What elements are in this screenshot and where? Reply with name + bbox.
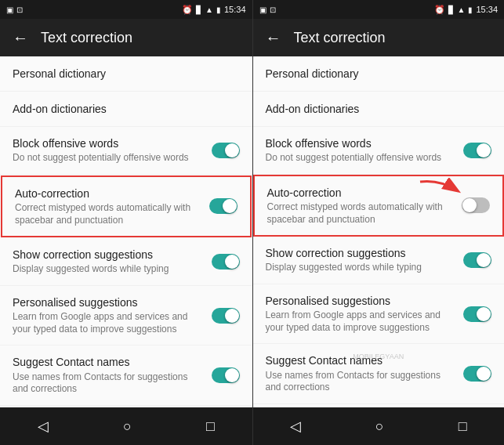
back-nav-left[interactable]: ◁ [22, 410, 64, 443]
show-correction-title-left: Show correction suggestions [13, 248, 205, 262]
status-bar-left-icons: ▣ ⊡ [6, 5, 23, 14]
app-bar-left: ← Text correction [0, 19, 252, 56]
status-bar-right-icons: ⏰ ▊ ▲ ▮ 15:34 [182, 5, 245, 15]
addon-dictionaries-left[interactable]: Add-on dictionaries [0, 92, 252, 127]
auto-correction-left[interactable]: Auto-correction Correct mistyped words a… [1, 175, 252, 237]
personalised-suggestions-subtitle-left: Learn from Google apps and services and … [13, 311, 205, 335]
personalised-suggestions-right[interactable]: Personalised suggestions Learn from Goog… [253, 284, 505, 344]
block-offensive-right[interactable]: Block offensive words Do not suggest pot… [253, 127, 505, 175]
show-correction-left[interactable]: Show correction suggestions Display sugg… [0, 238, 252, 286]
status-bar-right: ▣ ⊡ ⏰ ▊ ▲ ▮ 15:34 [253, 0, 505, 19]
alarm-icon-r: ⏰ [434, 5, 445, 15]
auto-correction-title-left: Auto-correction [15, 186, 203, 201]
suggest-contacts-title-left: Suggest Contact names [13, 355, 205, 369]
toggle-thumb [225, 143, 239, 157]
personal-dictionary-right[interactable]: Personal dictionary [253, 56, 505, 92]
show-correction-right[interactable]: Show correction suggestions Display sugg… [253, 237, 505, 284]
show-correction-subtitle-right: Display suggested words while typing [266, 262, 458, 274]
auto-correction-right[interactable]: Auto-correction Correct mistyped words a… [253, 175, 505, 237]
back-button-right[interactable]: ← [266, 29, 281, 47]
auto-correction-wrapper-right: Auto-correction Correct mistyped words a… [253, 175, 505, 237]
battery-icon-r: ▮ [468, 5, 473, 14]
toggle-thumb [223, 199, 237, 213]
wifi-icon-r: ▲ [458, 5, 466, 14]
content-left: Personal dictionary Add-on dictionaries … [0, 56, 252, 407]
addon-dictionaries-title-right: Add-on dictionaries [266, 103, 492, 115]
app-bar-right: ← Text correction [253, 19, 505, 56]
image-icon: ⊡ [16, 5, 23, 14]
personalised-suggestions-title-right: Personalised suggestions [266, 294, 458, 308]
suggest-contacts-toggle-right[interactable] [463, 366, 491, 382]
suggest-contacts-right[interactable]: Suggest Contact names Use names from Con… [253, 344, 505, 403]
time-display-right: 15:34 [476, 5, 498, 14]
personalised-suggestions-toggle-left[interactable] [212, 308, 240, 324]
suggest-contacts-subtitle-right: Use names from Contacts for suggestions … [266, 370, 458, 394]
personal-dictionary-title-left: Personal dictionary [13, 67, 240, 80]
back-nav-right[interactable]: ◁ [274, 410, 317, 443]
auto-correction-text-left: Auto-correction Correct mistyped words a… [15, 186, 209, 226]
personal-dictionary-title-right: Personal dictionary [266, 67, 492, 80]
time-display-left: 15:34 [224, 5, 246, 14]
app-title-right: Text correction [294, 30, 386, 46]
auto-correction-title-right: Auto-correction [267, 186, 456, 200]
status-bar-right-right-icons: ⏰ ▊ ▲ ▮ 15:34 [434, 5, 498, 15]
block-offensive-left[interactable]: Block offensive words Do not suggest pot… [0, 127, 252, 175]
personalised-suggestions-toggle-right[interactable] [463, 306, 491, 322]
image-icon-r: ⊡ [270, 5, 276, 14]
show-correction-title-right: Show correction suggestions [266, 246, 458, 260]
personalised-suggestions-text-right: Personalised suggestions Learn from Goog… [266, 294, 464, 334]
block-offensive-toggle-left[interactable] [212, 143, 240, 158]
recents-nav-left[interactable]: □ [190, 411, 230, 443]
toggle-thumb [225, 255, 239, 269]
suggest-contacts-subtitle-left: Use names from Contacts for suggestions … [13, 371, 205, 396]
block-offensive-title-left: Block offensive words [13, 136, 205, 150]
toggle-thumb [477, 367, 491, 381]
suggest-contacts-toggle-left[interactable] [212, 367, 240, 383]
suggest-contacts-title-right: Suggest Contact names [266, 353, 458, 367]
back-button-left[interactable]: ← [13, 29, 28, 47]
wifi-icon: ▲ [205, 5, 213, 14]
show-correction-toggle-right[interactable] [463, 252, 491, 268]
show-correction-toggle-left[interactable] [212, 254, 240, 270]
notification-icon-r: ▣ [259, 5, 267, 14]
suggest-contacts-text-right: Suggest Contact names Use names from Con… [266, 353, 464, 393]
show-correction-subtitle-left: Display suggested words while typing [13, 263, 205, 276]
alarm-icon: ⏰ [182, 5, 193, 15]
toggle-thumb [477, 253, 491, 267]
personalised-suggestions-text-left: Personalised suggestions Learn from Goog… [13, 295, 212, 335]
status-bar-right-left-icons: ▣ ⊡ [259, 5, 276, 14]
toggle-thumb [477, 143, 491, 157]
show-correction-text-right: Show correction suggestions Display sugg… [266, 246, 464, 274]
recents-nav-right[interactable]: □ [443, 411, 483, 443]
status-bar-left: ▣ ⊡ ⏰ ▊ ▲ ▮ 15:34 [0, 0, 252, 19]
auto-correction-subtitle-right: Correct mistyped words automatically wit… [267, 201, 456, 226]
app-title-left: Text correction [41, 30, 132, 46]
auto-correction-toggle-right[interactable] [462, 197, 490, 213]
show-correction-text-left: Show correction suggestions Display sugg… [13, 248, 212, 276]
toggle-thumb [477, 307, 491, 321]
toggle-thumb [225, 309, 239, 323]
addon-dictionaries-right[interactable]: Add-on dictionaries [253, 92, 505, 127]
block-offensive-toggle-right[interactable] [463, 143, 491, 158]
block-offensive-text-right: Block offensive words Do not suggest pot… [266, 136, 464, 165]
suggest-contacts-left[interactable]: Suggest Contact names Use names from Con… [0, 346, 252, 405]
next-word-right[interactable]: Next-word suggestions [253, 404, 505, 407]
toggle-thumb [225, 368, 239, 382]
signal-icon-r: ▊ [448, 5, 455, 14]
block-offensive-subtitle-right: Do not suggest potentially offensive wor… [266, 152, 458, 165]
content-right: Personal dictionary Add-on dictionaries … [253, 56, 505, 407]
block-offensive-subtitle-left: Do not suggest potentially offensive wor… [13, 152, 205, 165]
notification-icon: ▣ [6, 5, 13, 14]
home-nav-left[interactable]: ○ [107, 411, 147, 443]
personalised-suggestions-title-left: Personalised suggestions [13, 295, 205, 309]
nav-bar-right: ◁ ○ □ [253, 407, 505, 445]
personalised-suggestions-left[interactable]: Personalised suggestions Learn from Goog… [0, 286, 252, 346]
left-phone-panel: ▣ ⊡ ⏰ ▊ ▲ ▮ 15:34 ← Text correction Pers… [0, 0, 252, 445]
right-phone-panel: ▣ ⊡ ⏰ ▊ ▲ ▮ 15:34 ← Text correction Pers… [252, 0, 505, 445]
battery-icon: ▮ [216, 5, 221, 14]
signal-icon: ▊ [196, 5, 202, 14]
personal-dictionary-left[interactable]: Personal dictionary [0, 56, 252, 92]
home-nav-right[interactable]: ○ [360, 411, 400, 443]
block-offensive-text-left: Block offensive words Do not suggest pot… [13, 136, 212, 165]
auto-correction-toggle-left[interactable] [209, 198, 237, 214]
